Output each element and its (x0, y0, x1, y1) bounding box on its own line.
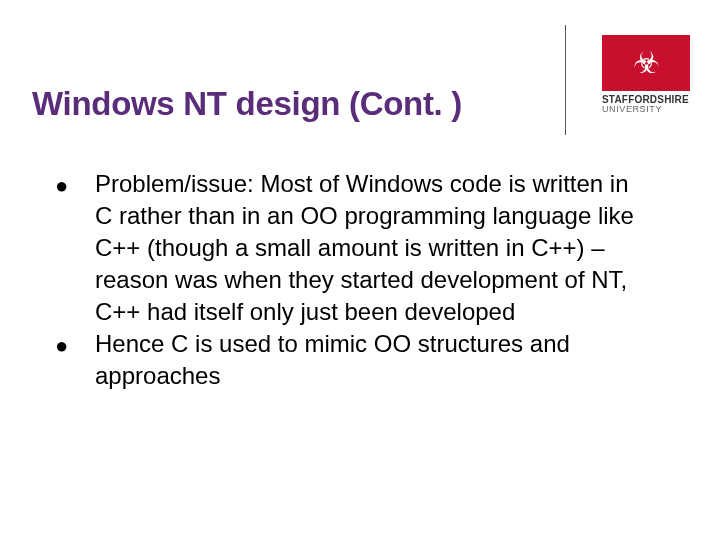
bullet-text: Hence C is used to mimic OO structures a… (95, 328, 650, 392)
title-divider (565, 25, 566, 135)
bullet-text: Problem/issue: Most of Windows code is w… (95, 168, 650, 328)
bullet-icon: ● (55, 168, 95, 202)
university-logo: ☣ STAFFORDSHIRE UNIVERSITY (602, 35, 690, 114)
logo-text: STAFFORDSHIRE UNIVERSITY (602, 95, 690, 114)
biohazard-icon: ☣ (633, 48, 660, 78)
logo-shield: ☣ (602, 35, 690, 91)
list-item: ● Problem/issue: Most of Windows code is… (55, 168, 650, 328)
slide-body: ● Problem/issue: Most of Windows code is… (55, 168, 650, 392)
list-item: ● Hence C is used to mimic OO structures… (55, 328, 650, 392)
slide-title: Windows NT design (Cont. ) (32, 85, 462, 123)
bullet-icon: ● (55, 328, 95, 362)
logo-text-line2: UNIVERSITY (602, 105, 690, 114)
